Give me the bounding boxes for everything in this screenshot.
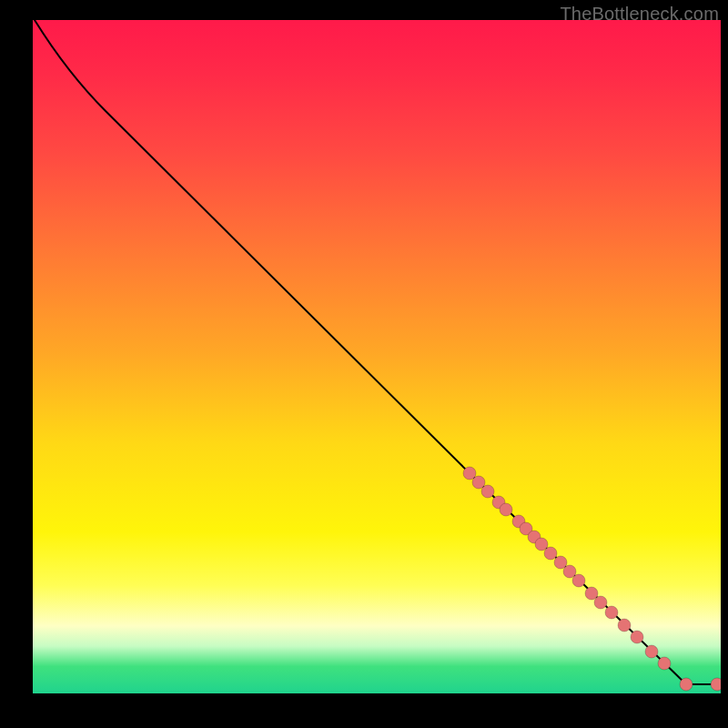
attribution-label: TheBottleneck.com — [560, 4, 719, 25]
marker-group — [463, 467, 721, 691]
data-point-17 — [631, 631, 643, 643]
data-point-16 — [618, 619, 631, 632]
data-point-18 — [645, 645, 658, 658]
data-point-20 — [680, 678, 693, 691]
plot-area — [33, 20, 721, 693]
curve-path — [35, 20, 717, 684]
data-point-9 — [544, 547, 557, 560]
data-point-19 — [658, 657, 671, 670]
chart-overlay-svg — [33, 20, 721, 693]
chart-stage: TheBottleneck.com — [0, 0, 728, 728]
data-point-21 — [711, 678, 721, 691]
data-point-15 — [605, 606, 618, 619]
data-point-4 — [500, 503, 512, 516]
data-point-2 — [481, 485, 494, 498]
data-point-12 — [572, 574, 585, 587]
data-point-14 — [594, 596, 607, 609]
